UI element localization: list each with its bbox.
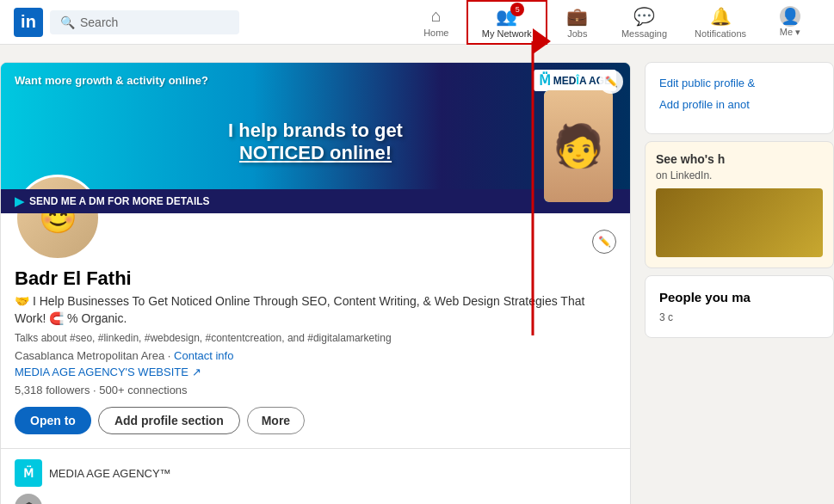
external-link-icon: ↗ (192, 366, 201, 378)
profile-name: Badr El Fathi (15, 267, 616, 290)
profile-hashtags: Talks about #seo, #linkedin, #webdesign,… (15, 332, 616, 344)
main-layout: Want more growth & activity online? M̈ M… (0, 45, 834, 504)
banner-headline-line2: NOTICED online! (9, 142, 621, 164)
sidebar-card-profile: Edit public profile & Add profile in ano… (645, 62, 834, 134)
notifications-icon: 🔔 (710, 6, 732, 27)
banner-headline-line1: I help brands to get (9, 120, 621, 142)
profile-company: M̈ MEDIA AGE AGENCY™ 🎓 Business & Entrep… (1, 448, 630, 504)
company1-icon: M̈ (15, 459, 42, 487)
banner-question: Want more growth & activity online? (15, 74, 208, 87)
nav-item-me[interactable]: 👤 Me ▾ (760, 0, 820, 45)
company-item-1[interactable]: M̈ MEDIA AGE AGENCY™ (15, 459, 194, 487)
network-badge: 5 (510, 3, 524, 16)
search-icon: 🔍 (60, 15, 75, 29)
nav-item-messaging[interactable]: 💬 Messaging (608, 0, 681, 45)
nav-me-label: Me ▾ (780, 27, 800, 38)
banner-cta: ▶ SEND ME A DM FOR MORE DETAILS (1, 189, 630, 213)
nav-home-label: Home (423, 28, 448, 38)
company-item-2[interactable]: 🎓 Business & Entrepreneurship (15, 494, 194, 504)
promo-image (656, 188, 823, 257)
user-avatar: 👤 (780, 6, 800, 27)
nav-item-my-network[interactable]: 👥 5 My Network (466, 0, 547, 45)
nav-notifications-label: Notifications (695, 28, 746, 39)
profile-edit-button[interactable]: ✏️ (592, 230, 616, 254)
navbar: in 🔍 Search ⌂ Home 👥 5 My Network 💼 Jobs… (0, 0, 834, 45)
edit-public-profile-link[interactable]: Edit public profile & (659, 77, 819, 89)
profile-main: Want more growth & activity online? M̈ M… (0, 62, 631, 504)
search-placeholder: Search (80, 15, 118, 29)
company1-name: MEDIA AGE AGENCY™ (49, 467, 171, 480)
my-network-icon: 👥 5 (496, 6, 517, 27)
more-button[interactable]: More (247, 407, 305, 434)
nav-jobs-label: Jobs (567, 28, 587, 39)
home-icon: ⌂ (431, 6, 442, 26)
promo-title: See who's h (656, 152, 823, 166)
nav-item-home[interactable]: ⌂ Home (406, 0, 466, 45)
sidebar-promo: See who's h on LinkedIn. (645, 141, 834, 268)
open-to-button[interactable]: Open to (15, 407, 91, 434)
sidebar-people: People you ma 3 c (645, 275, 834, 338)
profile-stats: 5,318 followers · 500+ connections (15, 384, 616, 396)
profile-banner: Want more growth & activity online? M̈ M… (1, 63, 630, 213)
banner-edit-button[interactable]: ✏️ (599, 70, 623, 94)
promo-subtitle: on LinkedIn. (656, 169, 823, 181)
profile-card: Want more growth & activity online? M̈ M… (0, 62, 631, 504)
profile-location: Casablanca Metropolitan Area · Contact i… (15, 349, 616, 362)
search-bar[interactable]: 🔍 Search (50, 10, 239, 34)
people-section-title: People you ma (659, 290, 819, 304)
sidebar: Edit public profile & Add profile in ano… (645, 62, 834, 504)
company-items: M̈ MEDIA AGE AGENCY™ 🎓 Business & Entrep… (15, 459, 194, 504)
people-connection-count: 3 c (659, 311, 819, 323)
nav-item-notifications[interactable]: 🔔 Notifications (681, 0, 760, 45)
add-section-button[interactable]: Add profile section (98, 407, 240, 434)
contact-info-link[interactable]: Contact info (174, 349, 233, 362)
nav-network-label: My Network (482, 28, 532, 39)
nav-items: ⌂ Home 👥 5 My Network 💼 Jobs 💬 Messaging… (406, 0, 820, 45)
jobs-icon: 💼 (566, 6, 588, 27)
nav-item-jobs[interactable]: 💼 Jobs (547, 0, 608, 45)
nav-messaging-label: Messaging (621, 28, 667, 39)
profile-info: Badr El Fathi 🤝 I Help Businesses To Get… (1, 264, 630, 448)
profile-website[interactable]: MEDIA AGE AGENCY'S WEBSITE ↗ (15, 366, 616, 378)
add-profile-language-link[interactable]: Add profile in anot (659, 98, 819, 111)
company2-icon: 🎓 (15, 494, 42, 504)
profile-actions: Open to Add profile section More (15, 407, 616, 434)
profile-headline: 🤝 I Help Businesses To Get Noticed Onlin… (15, 293, 616, 327)
linkedin-logo[interactable]: in (14, 8, 43, 37)
messaging-icon: 💬 (633, 6, 655, 27)
